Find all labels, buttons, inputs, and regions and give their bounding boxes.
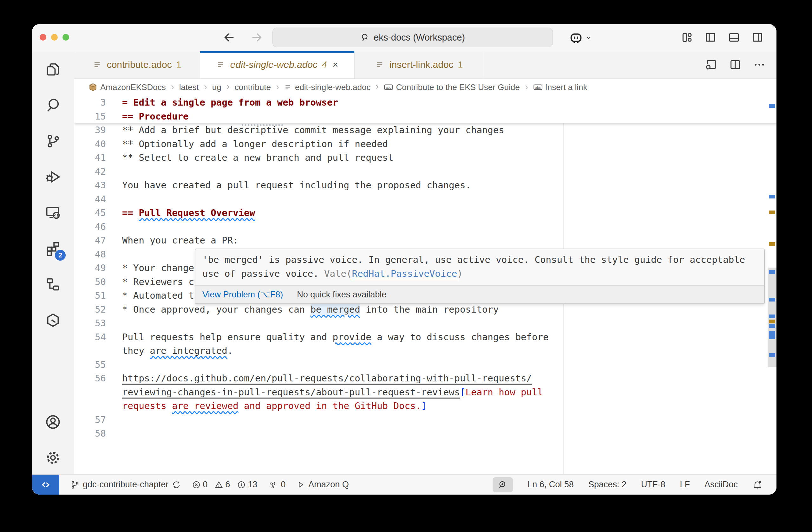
amazon-q-item[interactable]: Amazon Q [296, 480, 349, 489]
zoom-window-button[interactable] [62, 34, 69, 41]
source-control-view-button[interactable] [42, 130, 64, 152]
zoom-indicator[interactable] [493, 477, 513, 492]
breadcrumb-item-workspace[interactable]: AmazonEKSDocs [88, 83, 166, 92]
toggle-secondary-sidebar-button[interactable] [751, 30, 765, 44]
code-line: 55 [74, 358, 777, 372]
tab-insert-link-adoc[interactable]: insert-link.adoc 1 [354, 51, 484, 78]
back-button[interactable] [222, 30, 236, 44]
remote-indicator-button[interactable] [32, 475, 59, 494]
hierarchy-icon [45, 276, 61, 293]
hexagon-q-icon [45, 312, 61, 328]
account-icon [45, 414, 61, 430]
accounts-button[interactable] [42, 411, 64, 433]
language-mode-item[interactable]: AsciiDoc [705, 480, 738, 489]
breadcrumb-item-file[interactable]: edit-single-web.adoc [284, 83, 371, 92]
line-content: reviewing-changes-in-pull-requests/about… [122, 385, 543, 399]
remote-explorer-view-button[interactable] [42, 202, 64, 223]
hierarchy-view-button[interactable] [42, 274, 64, 295]
code-line: requests are reviewed and approved in th… [74, 399, 777, 413]
code-segment: = Edit a single page from a web browser [122, 97, 338, 108]
code-segment: When you create a PR: [122, 235, 238, 246]
toggle-primary-sidebar-button[interactable] [704, 30, 717, 44]
code-line: 54Pull requests help ensure quality and … [74, 330, 777, 344]
vale-rule-link[interactable]: RedHat.PassiveVoice [352, 268, 457, 279]
copilot-menu[interactable] [569, 30, 592, 45]
line-content: they are integrated. [122, 344, 233, 358]
tab-edit-single-web-adoc[interactable]: edit-single-web.adoc 4 × [200, 51, 354, 78]
tab-problem-count: 4 [322, 60, 327, 70]
line-number: 45 [74, 206, 122, 220]
workspace-title: eks-docs (Workspace) [374, 32, 465, 43]
indentation-item[interactable]: Spaces: 2 [589, 480, 626, 489]
ports-item[interactable]: 0 [268, 480, 286, 489]
toggle-panel-button[interactable] [727, 30, 741, 44]
line-content: * Reviewers c [122, 275, 194, 289]
window-controls [40, 34, 69, 41]
code-segment: a way to discuss changes before [372, 331, 549, 342]
error-icon [192, 480, 201, 489]
git-branch-icon [70, 480, 79, 489]
sidebar-left-icon [705, 31, 716, 43]
cursor-position-item[interactable]: Ln 6, Col 58 [527, 480, 574, 489]
code-segment: * Once approved, your changes can [122, 304, 310, 315]
explorer-view-button[interactable] [42, 59, 64, 80]
symbol-string-icon: abc [533, 83, 543, 91]
overview-ruler[interactable] [768, 96, 777, 474]
minimize-window-button[interactable] [51, 34, 58, 41]
adoc-file-icon [376, 60, 385, 70]
tab-contribute-adoc[interactable]: contribute.adoc 1 [74, 51, 200, 78]
line-content: https://docs.github.com/en/pull-requests… [122, 372, 532, 385]
run-debug-view-button[interactable] [42, 166, 64, 188]
diagnostic-source: Vale( [324, 268, 352, 279]
problems-item[interactable]: 0 6 13 [192, 480, 257, 489]
close-tab-button[interactable]: × [333, 59, 338, 70]
activity-bar: 2 [32, 51, 74, 474]
chevron-right-icon [224, 84, 232, 91]
code-segment: * Your change [122, 263, 194, 273]
command-center-search[interactable]: eks-docs (Workspace) [273, 28, 553, 47]
warning-marker [769, 242, 775, 246]
encoding-item[interactable]: UTF-8 [641, 480, 665, 489]
extensions-badge: 2 [55, 250, 66, 261]
error-count: 0 [203, 480, 207, 489]
code-segment: https://docs.github.com/en/pull-requests… [122, 373, 532, 384]
tab-label: insert-link.adoc [390, 59, 453, 70]
notifications-bell[interactable] [752, 480, 763, 490]
eol-item[interactable]: LF [680, 480, 690, 489]
code-line: 39** Add a brief but descriptive commit … [74, 123, 777, 137]
search-view-button[interactable] [42, 94, 64, 116]
line-number: 39 [74, 123, 122, 137]
code-line: 46 [74, 220, 777, 234]
extensions-view-button[interactable]: 2 [42, 238, 64, 259]
breadcrumb-item-latest[interactable]: latest [179, 83, 199, 92]
customize-layout-button[interactable] [680, 30, 694, 44]
view-problem-link[interactable]: View Problem (⌥F8) [202, 290, 283, 300]
info-marker [769, 324, 775, 328]
line-content: == Procedure [122, 110, 189, 124]
info-icon [237, 480, 246, 489]
git-branch-item[interactable]: gdc-contribute-chapter [70, 480, 181, 489]
more-actions-button[interactable] [753, 58, 766, 71]
code-editor[interactable]: 39** Add a brief but descriptive commit … [74, 96, 777, 474]
line-number [74, 399, 122, 413]
settings-button[interactable] [42, 447, 64, 469]
code-line-sticky: 3= Edit a single page from a web browser [74, 96, 777, 110]
code-segment: and approved in the GitHub Docs. [238, 400, 421, 411]
line-number: 3 [74, 96, 122, 110]
breadcrumb-item-ug[interactable]: ug [212, 83, 221, 92]
split-editor-button[interactable] [729, 58, 742, 71]
forward-button[interactable] [250, 30, 264, 44]
open-preview-button[interactable] [705, 58, 717, 71]
title-bar: eks-docs (Workspace) [32, 24, 777, 51]
close-window-button[interactable] [40, 34, 46, 41]
code-line-sticky: 15== Procedure [74, 110, 777, 124]
code-segment: == Procedure [122, 111, 189, 122]
breadcrumb-item-subsection[interactable]: abc Insert a link [533, 83, 588, 92]
line-content: * Automated t [122, 289, 194, 303]
amazon-q-view-button[interactable] [42, 309, 64, 331]
info-marker [769, 331, 775, 339]
breadcrumb-item-contribute[interactable]: contribute [235, 83, 271, 92]
code-segment: requests [122, 400, 172, 411]
ports-count: 0 [281, 480, 286, 489]
breadcrumb-item-section[interactable]: abc Contribute to the EKS User Guide [384, 83, 520, 92]
